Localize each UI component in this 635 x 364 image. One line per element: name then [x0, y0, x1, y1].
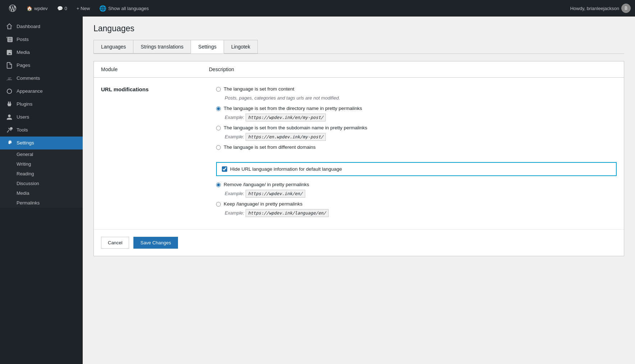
sidebar-item-dashboard[interactable]: Dashboard: [0, 20, 83, 33]
sidebar-item-label: Users: [17, 114, 29, 121]
sidebar-item-settings[interactable]: Settings: [0, 137, 83, 149]
sidebar-item-posts[interactable]: Posts: [0, 33, 83, 46]
radio-keep[interactable]: [216, 202, 221, 207]
example-directory: Example: https://wpdev.ink/en/my-post/: [225, 115, 617, 120]
submenu-media[interactable]: Media: [0, 188, 83, 198]
plugins-icon: [6, 101, 13, 108]
sidebar-item-label: Comments: [17, 75, 40, 82]
sidebar-item-label: Pages: [17, 62, 30, 69]
sidebar-item-comments[interactable]: Comments: [0, 72, 83, 85]
sidebar-item-plugins[interactable]: Plugins: [0, 98, 83, 111]
settings-right: The language is set from content Posts, …: [216, 86, 617, 153]
topbar-site-name[interactable]: 🏠 wpdev: [23, 0, 51, 17]
comments-icon: [6, 75, 13, 82]
settings-left: URL modifications: [101, 86, 209, 99]
example-keep: Example: https://wpdev.ink/language/en/: [225, 210, 617, 216]
sidebar-item-label: Posts: [17, 36, 29, 43]
topbar-new[interactable]: + New: [73, 0, 93, 17]
sidebar: Dashboard Posts Media Pages: [0, 17, 83, 364]
page-title: Languages: [93, 24, 624, 33]
radio-directory-label: The language is set from the directory n…: [224, 106, 362, 111]
tab-strings-translations[interactable]: Strings translations: [133, 40, 191, 54]
sidebar-item-appearance[interactable]: Appearance: [0, 85, 83, 98]
radio-content[interactable]: [216, 87, 221, 92]
topbar-right: Howdy, brianleejackson B: [570, 4, 631, 13]
settings-submenu: General Writing Reading Discussion Media…: [0, 149, 83, 208]
table-header: Module Description: [94, 61, 624, 78]
tab-settings[interactable]: Settings: [191, 40, 224, 54]
example-code-keep: https://wpdev.ink/language/en/: [246, 209, 329, 217]
dashboard-icon: [6, 23, 13, 30]
sidebar-item-tools[interactable]: Tools: [0, 124, 83, 137]
sidebar-item-label: Appearance: [17, 88, 43, 95]
url-modifications-section: URL modifications The language is set fr…: [94, 78, 624, 230]
sidebar-item-label: Plugins: [17, 101, 32, 108]
example-content: Posts, pages, categories and tags urls a…: [225, 95, 617, 101]
button-row: Cancel Save Changes: [94, 230, 624, 256]
submenu-discussion[interactable]: Discussion: [0, 179, 83, 188]
topbar: 🏠 wpdev 💬 0 + New 🌐 Show all languages H…: [0, 0, 635, 17]
hide-url-right: Hide URL language information for defaul…: [216, 162, 617, 221]
main-layout: Dashboard Posts Media Pages: [0, 17, 635, 364]
tab-lingotek[interactable]: Lingotek: [224, 40, 258, 54]
radio-option-directory[interactable]: The language is set from the directory n…: [216, 106, 617, 111]
radio-content-label: The language is set from content: [224, 86, 294, 92]
submenu-permalinks[interactable]: Permalinks: [0, 198, 83, 208]
hide-url-spacer: [101, 162, 209, 221]
example-code-subdomain: https://en.wpdev.ink/my-post/: [246, 133, 326, 141]
cancel-button[interactable]: Cancel: [101, 237, 129, 249]
home-icon: 🏠: [27, 6, 32, 11]
section-title: URL modifications: [101, 86, 202, 92]
posts-icon: [6, 36, 13, 43]
sidebar-item-users[interactable]: Users: [0, 111, 83, 124]
example-subdomain: Example: https://en.wpdev.ink/my-post/: [225, 134, 617, 139]
sidebar-item-pages[interactable]: Pages: [0, 59, 83, 72]
sidebar-item-media[interactable]: Media: [0, 46, 83, 59]
submenu-writing[interactable]: Writing: [0, 159, 83, 169]
sidebar-menu: Dashboard Posts Media Pages: [0, 20, 83, 149]
content-area: Languages Languages Strings translations…: [83, 17, 635, 364]
radio-remove-label: Remove /language/ in pretty permalinks: [224, 182, 309, 187]
tab-languages[interactable]: Languages: [93, 40, 133, 54]
sidebar-item-label: Dashboard: [17, 23, 40, 30]
radio-option-subdomain[interactable]: The language is set from the subdomain n…: [216, 125, 617, 130]
example-code-directory: https://wpdev.ink/en/my-post/: [246, 114, 326, 121]
topbar-left: 🏠 wpdev 💬 0 + New 🌐 Show all languages: [4, 0, 570, 17]
users-icon: [6, 114, 13, 121]
radio-domains-label: The language is set from different domai…: [224, 144, 316, 150]
hide-url-row: Hide URL language information for defaul…: [101, 162, 617, 221]
submenu-general[interactable]: General: [0, 149, 83, 159]
example-code-remove: https://wpdev.ink/en/: [246, 190, 305, 198]
example-remove: Example: https://wpdev.ink/en/: [225, 191, 617, 196]
sidebar-item-label: Media: [17, 49, 30, 56]
settings-card: Module Description URL modifications: [93, 61, 624, 256]
tabs-container: Languages Strings translations Settings …: [93, 40, 624, 54]
settings-icon: [6, 139, 13, 147]
radio-option-domains[interactable]: The language is set from different domai…: [216, 144, 617, 150]
radio-option-keep-permalink[interactable]: Keep /language/ in pretty permalinks: [216, 201, 617, 207]
topbar-comments[interactable]: 💬 0: [54, 0, 71, 17]
sidebar-item-label: Settings: [17, 140, 34, 147]
col-module: Module: [101, 66, 209, 72]
hide-url-checkbox[interactable]: [222, 166, 227, 172]
radio-option-content[interactable]: The language is set from content: [216, 86, 617, 92]
comments-icon: 💬: [57, 6, 63, 11]
radio-remove[interactable]: [216, 183, 221, 187]
radio-domains[interactable]: [216, 145, 221, 150]
avatar: B: [621, 4, 631, 13]
hide-url-checkbox-container[interactable]: Hide URL language information for defaul…: [216, 162, 617, 176]
wp-logo[interactable]: [4, 0, 21, 17]
topbar-show-languages[interactable]: 🌐 Show all languages: [96, 0, 152, 17]
sidebar-item-label: Tools: [17, 127, 28, 134]
radio-option-remove-permalink[interactable]: Remove /language/ in pretty permalinks: [216, 182, 617, 187]
save-button[interactable]: Save Changes: [133, 237, 178, 249]
radio-subdomain-label: The language is set from the subdomain n…: [224, 125, 367, 130]
radio-subdomain[interactable]: [216, 126, 221, 130]
languages-icon: 🌐: [99, 5, 106, 12]
radio-keep-label: Keep /language/ in pretty permalinks: [224, 201, 302, 207]
hide-url-label: Hide URL language information for defaul…: [230, 166, 342, 172]
pages-icon: [6, 62, 13, 69]
radio-directory[interactable]: [216, 106, 221, 111]
tools-icon: [6, 126, 13, 134]
submenu-reading[interactable]: Reading: [0, 169, 83, 179]
